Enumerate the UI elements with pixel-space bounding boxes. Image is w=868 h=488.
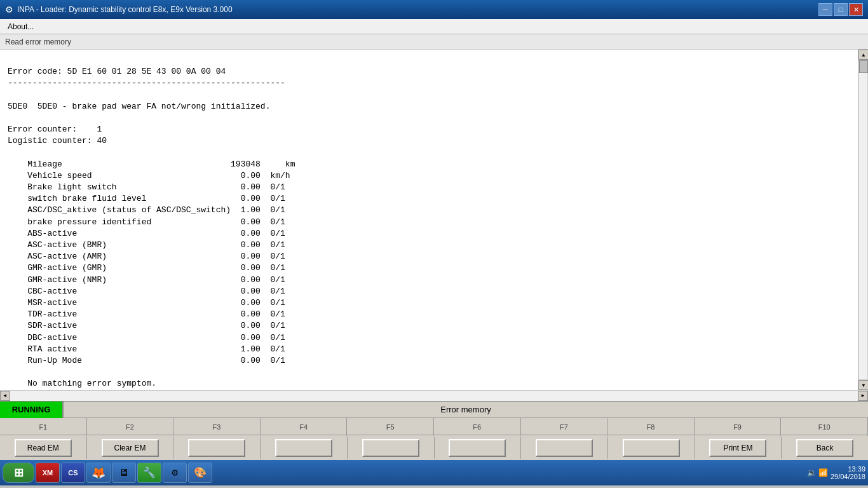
tray-icons: 🔉 📶 xyxy=(807,468,828,477)
content-area[interactable]: Error code: 5D E1 60 01 28 5E 43 00 0A 0… xyxy=(0,50,858,390)
app7-icon: 🎨 xyxy=(193,465,208,480)
app5-icon: 🔧 xyxy=(142,465,157,480)
app4-icon: 🖥 xyxy=(116,465,132,480)
fkey-label-f4: F4 xyxy=(261,418,348,436)
btn-cell-f10: Back xyxy=(782,437,868,459)
fkey-label-f10: F10 xyxy=(781,418,868,436)
system-clock: 13:39 29/04/2018 xyxy=(831,465,865,480)
taskbar-app-cs[interactable]: CS xyxy=(61,463,85,483)
close-button[interactable]: ✕ xyxy=(849,3,863,16)
btn-cell-f5 xyxy=(348,437,435,459)
section-label-text: Error memory xyxy=(440,405,491,414)
btn-cell-f7 xyxy=(521,437,608,459)
btn-cell-f2: Clear EM xyxy=(87,437,174,459)
fkey-label-f7: F7 xyxy=(521,418,608,436)
fkey-label-f6: F6 xyxy=(434,418,521,436)
taskbar: ⊞ XM CS 🦊 🖥 🔧 ⚙ 🎨 🔉 📶 13:39 29/04/2018 xyxy=(0,460,868,485)
print-em-button[interactable]: Print EM xyxy=(709,439,766,457)
vertical-scrollbar[interactable]: ▲ ▼ xyxy=(858,50,868,390)
hscroll-track[interactable] xyxy=(10,391,858,401)
btn-cell-f3 xyxy=(173,437,261,459)
clock-date: 29/04/2018 xyxy=(831,473,865,480)
horizontal-scrollbar[interactable]: ◄ ► xyxy=(0,390,868,400)
scroll-down-button[interactable]: ▼ xyxy=(858,380,868,390)
scroll-right-button[interactable]: ► xyxy=(858,391,868,401)
scroll-track[interactable] xyxy=(858,60,868,380)
btn-cell-f4 xyxy=(261,437,348,459)
btn-cell-f8 xyxy=(608,437,695,459)
funcbar-top: RUNNING Error memory xyxy=(0,402,868,418)
clock-time: 13:39 xyxy=(831,465,865,473)
app-icon: ⚙ xyxy=(5,4,13,15)
titlebar-title: INPA - Loader: Dynamic stability control… xyxy=(17,5,233,14)
taskbar-app-7[interactable]: 🎨 xyxy=(188,463,212,483)
btn-cell-f9: Print EM xyxy=(695,437,782,459)
f7-button[interactable] xyxy=(536,439,593,457)
read-em-button[interactable]: Read EM xyxy=(15,439,72,457)
system-tray: 🔉 📶 13:39 29/04/2018 xyxy=(807,465,865,480)
xm-icon: XM xyxy=(40,465,55,480)
btn-cell-f6 xyxy=(435,437,522,459)
cs-icon: CS xyxy=(65,465,81,480)
f5-button[interactable] xyxy=(362,439,419,457)
clear-em-button[interactable]: Clear EM xyxy=(102,439,159,457)
fkey-label-f1: F1 xyxy=(0,418,87,436)
taskbar-app-firefox[interactable]: 🦊 xyxy=(86,463,111,483)
funcbar-section-label: Error memory xyxy=(64,405,868,414)
fkey-label-f3: F3 xyxy=(173,418,261,436)
f4-button[interactable] xyxy=(275,439,332,457)
content-text: Error code: 5D E1 60 01 28 5E 43 00 0A 0… xyxy=(8,67,295,390)
statusbar-text: Read error memory xyxy=(5,37,71,46)
fkey-label-f2: F2 xyxy=(87,418,174,436)
main-area: Error code: 5D E1 60 01 28 5E 43 00 0A 0… xyxy=(0,50,868,390)
menubar: About... xyxy=(0,19,868,34)
f3-button[interactable] xyxy=(188,439,245,457)
btn-cell-f1: Read EM xyxy=(0,437,87,459)
taskbar-app-4[interactable]: 🖥 xyxy=(112,463,136,483)
firefox-icon: 🦊 xyxy=(91,465,106,480)
scroll-left-button[interactable]: ◄ xyxy=(0,391,10,401)
f6-button[interactable] xyxy=(449,439,506,457)
running-label: RUNNING xyxy=(12,405,51,414)
taskbar-app-6[interactable]: ⚙ xyxy=(163,463,187,483)
taskbar-app-5[interactable]: 🔧 xyxy=(137,463,161,483)
fkey-label-f9: F9 xyxy=(695,418,782,436)
f8-button[interactable] xyxy=(623,439,680,457)
taskbar-app-xm[interactable]: XM xyxy=(36,463,60,483)
menu-about[interactable]: About... xyxy=(3,21,39,32)
minimize-button[interactable]: ─ xyxy=(818,3,832,16)
titlebar-controls: ─ □ ✕ xyxy=(818,3,863,16)
fkey-label-f5: F5 xyxy=(347,418,434,436)
action-buttons-row: Read EM Clear EM Print EM Back xyxy=(0,435,868,460)
app6-icon: ⚙ xyxy=(167,465,182,480)
back-button[interactable]: Back xyxy=(796,439,853,457)
fkey-label-f8: F8 xyxy=(607,418,695,436)
start-button[interactable]: ⊞ xyxy=(3,463,34,483)
titlebar: ⚙ INPA - Loader: Dynamic stability contr… xyxy=(0,0,868,19)
maximize-button[interactable]: □ xyxy=(834,3,848,16)
start-icon: ⊞ xyxy=(14,466,24,480)
titlebar-left: ⚙ INPA - Loader: Dynamic stability contr… xyxy=(5,4,233,15)
scroll-up-button[interactable]: ▲ xyxy=(858,50,868,60)
scroll-thumb[interactable] xyxy=(859,60,868,73)
fkey-labels-row: F1 F2 F3 F4 F5 F6 F7 F8 F9 F10 xyxy=(0,418,868,436)
statusbar-top: Read error memory xyxy=(0,34,868,50)
function-bar: RUNNING Error memory F1 F2 F3 F4 F5 F6 F… xyxy=(0,400,868,435)
running-badge: RUNNING xyxy=(0,402,64,418)
